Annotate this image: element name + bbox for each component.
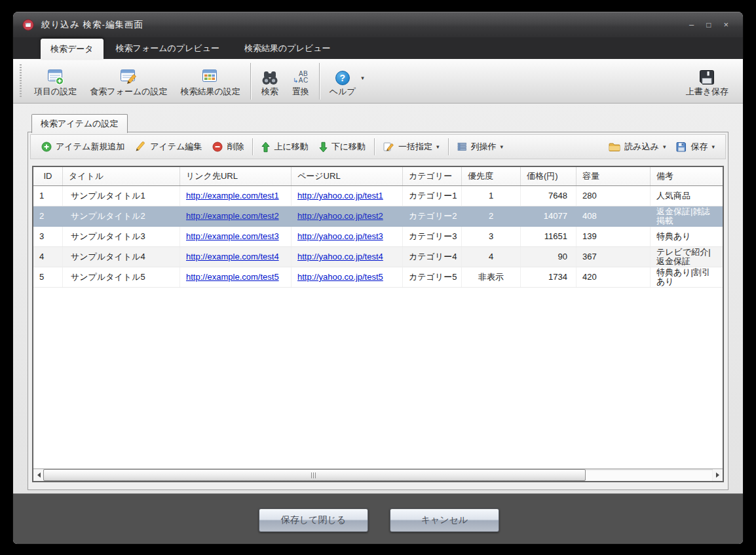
titlebar: 絞り込み 検索-編集画面 – □ × bbox=[13, 12, 743, 37]
cell-price: 90 bbox=[521, 247, 576, 267]
chevron-down-icon[interactable]: ▾ bbox=[361, 75, 364, 81]
cell-id: 5 bbox=[33, 267, 63, 287]
button-label: 下に移動 bbox=[331, 141, 366, 153]
delete-item-button[interactable]: 削除 bbox=[207, 138, 249, 156]
scroll-right-arrow[interactable] bbox=[713, 469, 723, 481]
horizontal-scrollbar bbox=[33, 469, 723, 481]
cell-capacity: 280 bbox=[576, 186, 651, 206]
minimize-button[interactable]: – bbox=[689, 20, 694, 29]
maximize-button[interactable]: □ bbox=[706, 21, 711, 29]
tab-search-items-settings[interactable]: 検索アイテムの設定 bbox=[31, 114, 128, 133]
batch-edit-icon bbox=[383, 142, 394, 152]
button-label: アイテム新規追加 bbox=[56, 141, 124, 153]
scrollbar-thumb[interactable] bbox=[43, 469, 586, 481]
scrollbar-grip-icon bbox=[311, 472, 317, 478]
cell-page-url: http://yahoo.co.jp/test5 bbox=[292, 267, 403, 287]
items-panel: アイテム新規追加 アイテム編集 bbox=[28, 132, 728, 490]
cancel-button[interactable]: キャンセル bbox=[390, 508, 499, 532]
items-table: ID タイトル リンク先URL ページURL カテゴリー 優先度 価格(円) 容… bbox=[32, 166, 724, 482]
window-controls: – □ × bbox=[689, 20, 734, 29]
cell-category: カテゴリー4 bbox=[403, 247, 462, 267]
toolbar-item-label: 検索 bbox=[261, 87, 278, 96]
search-button[interactable]: 検索 bbox=[254, 62, 286, 100]
cell-price: 11651 bbox=[521, 227, 576, 246]
cell-page-url: http://yahoo.co.jp/test3 bbox=[292, 227, 403, 246]
column-header-priority[interactable]: 優先度 bbox=[462, 167, 521, 185]
column-header-page-url[interactable]: ページURL bbox=[292, 167, 403, 185]
toolbar-grip[interactable] bbox=[20, 64, 22, 98]
scroll-left-arrow[interactable] bbox=[33, 469, 43, 481]
chevron-down-icon: ▾ bbox=[501, 144, 504, 150]
toolbar-item-label: 食索フォームの設定 bbox=[90, 87, 167, 96]
edit-item-button[interactable]: アイテム編集 bbox=[130, 138, 207, 156]
link-url[interactable]: http://example.com/test2 bbox=[186, 211, 279, 221]
replace-button[interactable]: AB ↳AC 置換 bbox=[286, 62, 316, 100]
link-url[interactable]: http://example.com/test4 bbox=[186, 252, 279, 261]
replace-icon: AB ↳AC bbox=[293, 69, 309, 85]
floppy-blue-icon bbox=[676, 142, 687, 152]
save-close-button[interactable]: 保存して閉じる bbox=[259, 508, 368, 532]
column-header-id[interactable]: ID bbox=[33, 167, 63, 185]
items-toolbar-separator bbox=[252, 138, 253, 155]
table-row[interactable]: 3 サンプルタイトル3 http://example.com/test3 htt… bbox=[33, 227, 723, 247]
move-down-button[interactable]: 下に移動 bbox=[314, 138, 371, 156]
tab-search-form-preview[interactable]: 検索フォームのプレビュー bbox=[104, 37, 232, 59]
table-row-selected[interactable]: 2 サンプルタイトル2 http://example.com/test2 htt… bbox=[33, 206, 723, 227]
save-list-button[interactable]: 保存 ▾ bbox=[671, 138, 720, 156]
link-url[interactable]: http://example.com/test5 bbox=[186, 272, 279, 282]
table-row[interactable]: 1 サンプルタイトル1 http://example.com/test1 htt… bbox=[33, 186, 723, 206]
cell-link-url: http://example.com/test1 bbox=[180, 186, 292, 206]
cell-capacity: 408 bbox=[576, 206, 651, 226]
overwrite-save-button[interactable]: 上書き保存 bbox=[679, 62, 735, 100]
page-url[interactable]: http://yahoo.co.jp/test5 bbox=[297, 272, 383, 282]
items-toolbar-separator bbox=[374, 138, 375, 155]
page-url[interactable]: http://yahoo.co.jp/test3 bbox=[297, 231, 383, 241]
cell-id: 3 bbox=[33, 227, 63, 246]
arrow-up-icon bbox=[261, 142, 270, 153]
cell-page-url: http://yahoo.co.jp/test1 bbox=[292, 186, 403, 206]
search-form-settings-button[interactable]: 食索フォームの設定 bbox=[83, 62, 174, 100]
cell-capacity: 420 bbox=[576, 267, 651, 287]
help-button[interactable]: ? ヘルプ ▾ bbox=[323, 62, 362, 100]
scrollbar-track[interactable] bbox=[43, 469, 713, 481]
page-url[interactable]: http://yahoo.co.jp/test1 bbox=[297, 191, 383, 201]
cell-title: サンプルタイトル3 bbox=[63, 227, 180, 246]
cell-category: カテゴリー2 bbox=[403, 206, 462, 226]
cell-note: 特典あり|割引あり bbox=[651, 267, 723, 287]
toolbar-item-label: 検索結果の設定 bbox=[181, 87, 240, 96]
cell-title: サンプルタイトル5 bbox=[63, 267, 180, 287]
add-item-button[interactable]: アイテム新規追加 bbox=[36, 138, 130, 156]
load-button[interactable]: 読み込み ▾ bbox=[603, 138, 671, 156]
link-url[interactable]: http://example.com/test1 bbox=[186, 191, 279, 201]
search-result-settings-button[interactable]: 検索結果の設定 bbox=[174, 62, 247, 100]
page-url[interactable]: http://yahoo.co.jp/test2 bbox=[297, 211, 383, 221]
item-settings-button[interactable]: 項目の設定 bbox=[28, 62, 83, 100]
batch-assign-button[interactable]: 一括指定 ▾ bbox=[378, 138, 445, 156]
column-header-capacity[interactable]: 容量 bbox=[576, 167, 651, 185]
link-url[interactable]: http://example.com/test3 bbox=[186, 231, 279, 241]
close-button[interactable]: × bbox=[723, 20, 728, 29]
move-up-button[interactable]: 上に移動 bbox=[256, 138, 313, 156]
toolbar-item-label: 項目の設定 bbox=[34, 87, 77, 96]
button-label: 一括指定 bbox=[398, 141, 432, 153]
cell-id: 4 bbox=[33, 247, 63, 267]
tab-search-data[interactable]: 検索データ bbox=[41, 39, 104, 59]
table-add-icon bbox=[47, 68, 64, 85]
columns-icon bbox=[457, 142, 467, 151]
column-header-note[interactable]: 備考 bbox=[651, 167, 723, 185]
column-header-link-url[interactable]: リンク先URL bbox=[180, 167, 292, 185]
table-row[interactable]: 5 サンプルタイトル5 http://example.com/test5 htt… bbox=[33, 267, 723, 288]
column-operations-button[interactable]: 列操作 ▾ bbox=[452, 138, 509, 156]
tab-search-result-preview[interactable]: 検索結果のプレビュー bbox=[232, 37, 343, 59]
table-header: ID タイトル リンク先URL ページURL カテゴリー 優先度 価格(円) 容… bbox=[33, 167, 723, 186]
column-header-price[interactable]: 価格(円) bbox=[521, 167, 576, 185]
binoculars-icon bbox=[261, 70, 279, 85]
cell-capacity: 139 bbox=[576, 227, 651, 246]
remove-circle-icon bbox=[212, 142, 223, 152]
table-row[interactable]: 4 サンプルタイトル4 http://example.com/test4 htt… bbox=[33, 247, 723, 267]
column-header-category[interactable]: カテゴリー bbox=[403, 167, 462, 185]
column-header-title[interactable]: タイトル bbox=[63, 167, 180, 185]
page-url[interactable]: http://yahoo.co.jp/test4 bbox=[297, 252, 383, 261]
cell-note: 返金保証|雑誌掲載 bbox=[651, 206, 723, 226]
items-toolbar: アイテム新規追加 アイテム編集 bbox=[30, 134, 726, 159]
